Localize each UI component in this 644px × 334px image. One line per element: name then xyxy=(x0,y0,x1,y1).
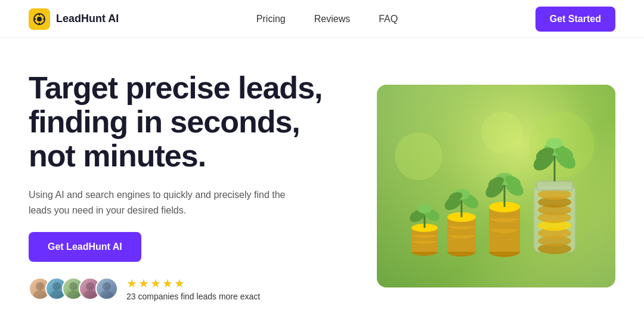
nav-pricing[interactable]: Pricing xyxy=(256,14,286,24)
hero-cta-button[interactable]: Get LeadHunt AI xyxy=(29,232,141,262)
svg-point-8 xyxy=(52,282,61,290)
svg-rect-64 xyxy=(537,181,572,190)
logo-icon xyxy=(29,8,50,30)
get-started-button[interactable]: Get Started xyxy=(535,7,615,32)
svg-point-16 xyxy=(395,132,442,180)
coins-illustration xyxy=(383,109,609,287)
logo-text: LeadHunt AI xyxy=(56,13,119,25)
svg-point-7 xyxy=(33,290,47,299)
hero-image xyxy=(377,85,615,287)
svg-point-15 xyxy=(100,290,113,299)
hero-section: Target precise leads, finding in seconds… xyxy=(0,38,644,334)
proof-label: 23 companies find leads more exact xyxy=(126,292,260,301)
logo-area: LeadHunt AI xyxy=(29,8,119,30)
hero-title: Target precise leads, finding in seconds… xyxy=(29,71,341,174)
svg-point-11 xyxy=(67,290,80,299)
svg-point-1 xyxy=(37,17,42,21)
svg-point-10 xyxy=(69,282,78,290)
nav-faq[interactable]: FAQ xyxy=(379,14,398,24)
svg-point-6 xyxy=(36,282,44,290)
nav-reviews[interactable]: Reviews xyxy=(314,14,350,24)
avatar xyxy=(95,277,118,300)
social-proof: ★★★★★ 23 companies find leads more exact xyxy=(29,276,341,301)
svg-point-9 xyxy=(50,290,63,299)
hero-content: Target precise leads, finding in seconds… xyxy=(29,71,341,302)
svg-point-12 xyxy=(86,282,94,290)
proof-text: ★★★★★ 23 companies find leads more exact xyxy=(126,276,260,301)
svg-point-29 xyxy=(417,204,432,214)
svg-point-18 xyxy=(481,112,523,153)
svg-point-14 xyxy=(103,282,111,290)
hero-description: Using AI and search engines to quickly a… xyxy=(29,187,309,218)
nav-links: Pricing Reviews FAQ xyxy=(256,14,398,24)
svg-point-71 xyxy=(546,138,563,149)
navbar: LeadHunt AI Pricing Reviews FAQ Get Star… xyxy=(0,0,644,38)
avatar-group xyxy=(29,277,118,300)
svg-point-13 xyxy=(83,290,97,299)
star-rating: ★★★★★ xyxy=(126,276,260,290)
